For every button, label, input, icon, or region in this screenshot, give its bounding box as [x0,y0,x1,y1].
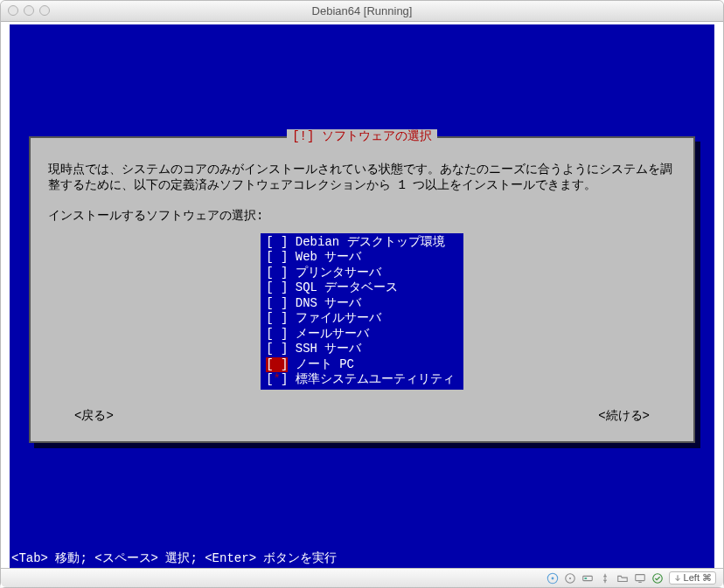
svg-rect-5 [584,578,587,579]
software-item-label: メールサーバ [288,327,368,341]
minimize-icon[interactable] [24,5,34,16]
back-button[interactable]: <戻る> [74,409,114,425]
software-item[interactable]: [ ] SSH サーバ [266,342,455,357]
window-title: Debian64 [Running] [312,4,413,17]
host-key-label: Left ⌘ [684,572,712,584]
svg-rect-6 [635,574,644,580]
checkbox[interactable]: [ ] [266,327,288,342]
checkbox[interactable]: [*] [266,372,288,388]
checkbox[interactable]: [ ] [266,266,288,281]
close-icon[interactable] [8,5,18,16]
arrow-down-icon [673,574,682,583]
software-item-label: プリンタサーバ [288,266,380,280]
console[interactable]: [!] ソフトウェアの選択 現時点では、システムのコアのみがインストールされてい… [10,24,714,568]
software-item-label: DNS サーバ [288,296,361,310]
software-item-label: SSH サーバ [288,342,361,356]
software-item-label: Web サーバ [288,250,361,264]
dialog-prompt: インストールするソフトウェアの選択: [48,209,676,225]
svg-point-3 [569,577,571,578]
checkbox[interactable]: [ ] [266,235,288,251]
zoom-icon[interactable] [39,5,50,16]
checkbox[interactable]: [ ] [266,342,288,357]
software-item[interactable]: [ ] メールサーバ [266,327,455,342]
svg-point-1 [551,577,553,579]
continue-button[interactable]: <続ける> [598,409,650,425]
host-key-indicator[interactable]: Left ⌘ [669,571,716,585]
software-item[interactable]: [ ] Debian デスクトップ環境 [266,235,455,251]
software-item-label: ファイルサーバ [288,311,380,325]
vm-window: Debian64 [Running] [!] ソフトウェアの選択 現時点では、シ… [0,0,724,588]
software-item[interactable]: [ ] プリンタサーバ [266,266,455,281]
software-item-label: Debian デスクトップ環境 [288,235,444,249]
hdd-icon[interactable] [564,572,576,585]
titlebar: Debian64 [Running] [1,1,723,22]
checkbox[interactable]: [ ] [266,311,288,327]
dialog-description: 現時点では、システムのコアのみがインストールされている状態です。あなたのニーズに… [48,163,676,193]
software-item-label: ノート PC [288,357,354,371]
software-item-label: 標準システムユーティリティ [288,372,454,386]
software-item[interactable]: [ ] Web サーバ [266,250,455,266]
vm-content: [!] ソフトウェアの選択 現時点では、システムのコアのみがインストールされてい… [1,22,723,587]
software-item[interactable]: [*] 標準システムユーティリティ [266,372,455,388]
traffic-lights [8,5,50,16]
checkbox[interactable]: [ ] [266,296,288,312]
svg-point-7 [652,573,662,583]
software-item[interactable]: [ ] SQL データベース [266,280,455,296]
checkbox[interactable]: [ ] [266,357,288,373]
software-list: [ ] Debian デスクトップ環境[ ] Web サーバ[ ] プリンタサー… [261,233,463,390]
statusbar: Left ⌘ [1,568,723,587]
usb-icon[interactable] [599,572,611,585]
svg-rect-4 [582,576,592,580]
software-item[interactable]: [ ] DNS サーバ [266,296,455,312]
software-item-label: SQL データベース [288,280,398,294]
display-icon[interactable] [634,572,646,585]
software-item[interactable]: [ ] ファイルサーバ [266,311,455,327]
cd-icon[interactable] [546,572,559,585]
key-hint: <Tab> 移動; <スペース> 選択; <Enter> ボタンを実行 [10,551,714,569]
shared-folder-icon[interactable] [616,572,629,585]
mouse-integration-icon[interactable] [651,572,664,585]
network-icon[interactable] [581,572,594,585]
checkbox[interactable]: [ ] [266,280,288,296]
checkbox[interactable]: [ ] [266,250,288,266]
tasksel-dialog: [!] ソフトウェアの選択 現時点では、システムのコアのみがインストールされてい… [29,136,695,443]
dialog-title: [!] ソフトウェアの選択 [287,129,437,145]
software-item[interactable]: [ ] ノート PC [266,357,455,373]
